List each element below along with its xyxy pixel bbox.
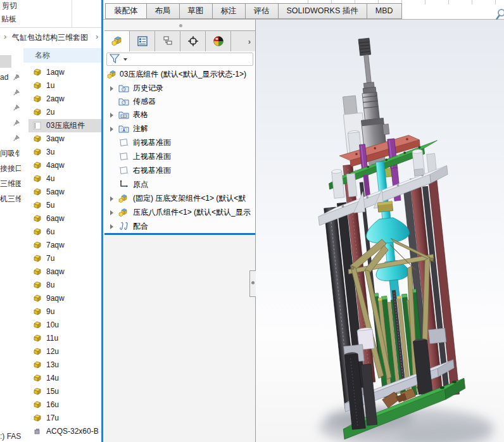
file-row[interactable]: 1aqw [28, 66, 102, 79]
panel-tabs-overflow-chevron[interactable]: › [248, 37, 251, 46]
nav-item-fragment[interactable] [0, 101, 22, 114]
expand-arrow-icon[interactable] [110, 210, 113, 215]
tab-evaluate[interactable]: 评估 [245, 3, 279, 19]
tab-property-manager[interactable] [130, 31, 155, 51]
tree-item-label: (固定) 压底支架组件<1> (默认<默 [133, 192, 246, 205]
tree-item-right-plane[interactable]: 右视基准面 [104, 164, 255, 177]
file-row[interactable]: 11u [28, 332, 102, 345]
file-row[interactable]: 5aqw [28, 186, 102, 199]
solidworks-part-icon [33, 294, 42, 303]
file-row[interactable]: 9u [28, 305, 102, 319]
search-icon[interactable] [496, 8, 504, 21]
expand-arrow-icon[interactable] [110, 113, 113, 118]
file-row[interactable]: 14u [28, 372, 102, 385]
breadcrumb-back-arrow-icon[interactable]: › [4, 32, 6, 41]
file-row[interactable]: 4aqw [28, 159, 102, 172]
file-row[interactable]: 10u [28, 319, 102, 332]
filter-dropdown-caret-icon[interactable] [123, 58, 127, 61]
expand-arrow-icon[interactable] [110, 224, 113, 229]
explorer-ribbon-cut-label[interactable]: 剪切 [2, 1, 17, 11]
nav-item-fragment[interactable]: 间吸钅 [0, 147, 21, 160]
expand-arrow-icon[interactable] [110, 127, 113, 132]
file-row[interactable]: 2aqw [28, 92, 102, 106]
solidworks-part-icon [33, 268, 42, 276]
file-row[interactable]: 3aqw [28, 132, 102, 146]
breadcrumb-forward-arrow-icon[interactable]: › [96, 32, 98, 41]
file-row-selected[interactable]: 03压底组件 [28, 119, 102, 132]
tab-layout[interactable]: 布局 [146, 3, 180, 19]
nav-item-fragment[interactable] [0, 117, 22, 129]
file-row[interactable]: 17u [28, 412, 102, 425]
tree-filter-input[interactable] [106, 53, 253, 66]
file-row[interactable]: 13u [28, 358, 102, 372]
file-row[interactable]: 4u [28, 172, 102, 186]
tree-item-subassembly-claw[interactable]: 压底八爪组件<1> (默认<默认_显示 [104, 206, 255, 218]
file-row[interactable]: 6aqw [28, 212, 102, 225]
solidworks-part-icon [33, 414, 42, 422]
nav-drive-fragment[interactable]: :) FAS [0, 430, 22, 442]
file-row[interactable]: 7u [28, 252, 102, 265]
file-name: 6aqw [46, 212, 65, 225]
nav-item-fragment[interactable]: 三维图 [0, 177, 21, 190]
file-row[interactable]: 1u [28, 79, 102, 92]
files-column-header-name[interactable]: 名称 [23, 48, 113, 63]
nav-item-fragment[interactable]: 机三维 [0, 193, 21, 205]
tree-item-top-plane[interactable]: 上视基准面 [104, 150, 255, 163]
tab-configuration-manager[interactable] [155, 31, 180, 51]
nav-item-fragment[interactable]: 接接口 [0, 162, 21, 175]
pin-icon [13, 104, 20, 111]
file-row[interactable]: 5u [28, 199, 102, 212]
tree-item-history[interactable]: 历史记录 [104, 82, 255, 94]
tree-item-annotations[interactable]: A 注解 [104, 122, 255, 135]
feature-tree: 03压底组件 (默认<默认_显示状态-1>) 历史记录 传感器 [104, 66, 255, 233]
3d-model-assembly[interactable] [256, 20, 504, 442]
tree-item-tables[interactable]: 表格 [104, 108, 255, 121]
expand-arrow-icon[interactable] [110, 86, 113, 91]
tree-item-label: 上视基准面 [133, 150, 171, 163]
file-name: 5u [46, 199, 54, 212]
tab-display-manager[interactable] [206, 31, 231, 51]
file-row[interactable]: 3u [28, 146, 102, 159]
tab-dimxpert-manager[interactable] [180, 31, 206, 51]
panel-drag-handle[interactable] [179, 24, 182, 27]
tree-item-sensors[interactable]: 传感器 [104, 95, 255, 108]
solidworks-part-icon [33, 135, 42, 143]
plane-icon [118, 138, 129, 147]
file-row[interactable]: 2u [28, 106, 102, 119]
file-row[interactable]: ACQS-32x60-B [28, 425, 102, 438]
file-row[interactable]: 8aqw [28, 265, 102, 279]
solidworks-part-icon [33, 348, 42, 356]
tree-item-origin[interactable]: 原点 [104, 178, 255, 191]
breadcrumb[interactable]: 气缸包边结构三维套图 [12, 32, 88, 43]
nav-item-fragment[interactable]: ad [0, 71, 22, 84]
tab-solidworks-addins[interactable]: SOLIDWORKS 插件 [278, 3, 367, 19]
file-row[interactable]: 16u [28, 398, 102, 412]
nav-item-label: ad [0, 73, 8, 82]
nav-selection-fragment [0, 55, 11, 68]
nav-item-fragment[interactable] [0, 86, 22, 99]
file-row[interactable]: 15u [28, 385, 102, 398]
solidworks-part-icon [33, 255, 42, 263]
tab-assembly[interactable]: 装配体 [105, 3, 147, 19]
tab-feature-manager[interactable] [104, 31, 130, 51]
tree-item-subassembly-bracket[interactable]: (固定) 压底支架组件<1> (默认<默 [104, 192, 255, 205]
tree-item-front-plane[interactable]: 前视基准面 [104, 136, 255, 149]
file-row[interactable]: 8u [28, 279, 102, 292]
file-row[interactable]: 7aqw [28, 239, 102, 252]
tree-item-label: 传感器 [133, 95, 156, 108]
tab-mbd[interactable]: MBD [367, 3, 402, 19]
tab-markup[interactable]: 标注 [212, 3, 246, 19]
nav-item-fragment[interactable] [0, 132, 22, 144]
tree-item-mates[interactable]: 配合 [104, 220, 255, 232]
file-row[interactable]: 9aqw [28, 292, 102, 305]
file-row[interactable]: 12u [28, 345, 102, 358]
tab-sketch[interactable]: 草图 [179, 3, 213, 19]
graphics-viewport[interactable] [256, 20, 504, 442]
file-name: 11u [46, 332, 58, 345]
display-manager-color-wheel-icon [212, 35, 225, 47]
file-row[interactable]: 6u [28, 225, 102, 239]
expand-arrow-icon[interactable] [110, 196, 113, 201]
solidworks-part-icon [33, 95, 42, 103]
tree-root-assembly[interactable]: 03压底组件 (默认<默认_显示状态-1>) [104, 68, 255, 80]
file-name: 13u [46, 358, 59, 372]
